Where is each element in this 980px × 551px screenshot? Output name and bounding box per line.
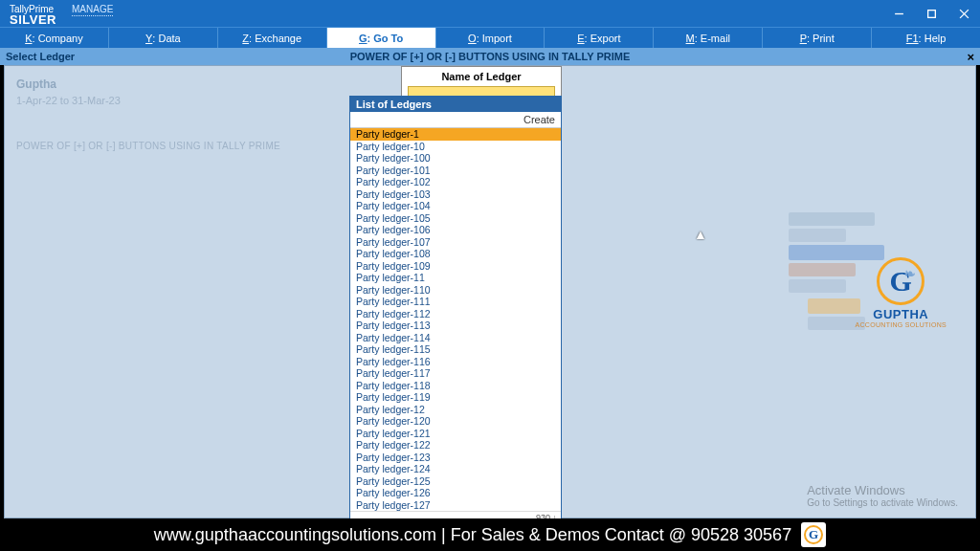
minimize-icon[interactable] [882,0,915,27]
menu-k[interactable]: K: Company [0,28,109,48]
menu-z[interactable]: Z: Exchange [218,28,327,48]
ghost-period: 1-Apr-22 to 31-Mar-23 [16,95,121,106]
list-item[interactable]: Party ledger-106 [350,224,561,236]
goto-caption: Name of Ledger [408,71,555,82]
list-item[interactable]: Party ledger-1 [350,128,561,141]
context-title: POWER OF [+] OR [-] BUTTONS USING IN TAL… [0,51,980,62]
list-item[interactable]: Party ledger-104 [350,200,561,212]
leaf-icon: ❧ [904,266,916,282]
list-item[interactable]: Party ledger-115 [350,343,561,356]
context-close-icon[interactable]: × [967,50,974,64]
maximize-icon[interactable] [915,0,947,27]
menu-g[interactable]: G: Go To [327,28,436,48]
ledger-list-title: List of Ledgers [350,97,561,112]
footer-banner: www.gupthaaccountingsolutions.com | For … [0,518,980,551]
list-item[interactable]: Party ledger-122 [350,439,561,452]
list-item[interactable]: Party ledger-112 [350,308,561,320]
list-item[interactable]: Party ledger-117 [350,367,561,380]
list-item[interactable]: Party ledger-10 [350,141,561,153]
list-item[interactable]: Party ledger-125 [350,475,561,488]
list-item[interactable]: Party ledger-107 [350,236,561,249]
manage-link[interactable]: MANAGE [72,4,113,16]
list-item[interactable]: Party ledger-123 [350,452,561,464]
list-item[interactable]: Party ledger-113 [350,320,561,332]
list-item[interactable]: Party ledger-124 [350,463,561,475]
ledger-create-link[interactable]: Create [350,112,561,128]
banner-logo: G [801,522,826,547]
list-item[interactable]: Party ledger-109 [350,260,561,273]
list-item[interactable]: Party ledger-114 [350,332,561,344]
list-item[interactable]: Party ledger-12 [350,404,561,416]
list-item[interactable]: Party ledger-126 [350,487,561,499]
list-item[interactable]: Party ledger-105 [350,212,561,225]
mouse-cursor-icon: ▲ [694,227,707,242]
menu-f1[interactable]: F1: Help [872,28,980,48]
menu-bar: K: CompanyY: DataZ: ExchangeG: Go ToO: I… [0,27,980,48]
ledger-list-popup: List of Ledgers Create Party ledger-1Par… [349,96,562,524]
list-item[interactable]: Party ledger-119 [350,391,561,404]
list-item[interactable]: Party ledger-127 [350,499,561,512]
list-item[interactable]: Party ledger-100 [350,152,561,165]
list-item[interactable]: Party ledger-120 [350,415,561,428]
menu-o[interactable]: O: Import [436,28,546,48]
list-item[interactable]: Party ledger-103 [350,188,561,201]
title-bar: TallyPrime SILVER MANAGE [0,0,980,27]
context-bar: Select Ledger POWER OF [+] OR [-] BUTTON… [0,48,980,65]
svg-rect-1 [927,10,935,17]
list-item[interactable]: Party ledger-118 [350,380,561,392]
activate-windows-watermark: Activate Windows Go to Settings to activ… [807,483,958,508]
list-item[interactable]: Party ledger-110 [350,284,561,297]
list-item[interactable]: Party ledger-116 [350,356,561,368]
ghost-heading: POWER OF [+] OR [-] BUTTONS USING IN TAL… [16,141,280,151]
list-item[interactable]: Party ledger-102 [350,176,561,188]
menu-e[interactable]: E: Export [545,28,654,48]
product-label: TallyPrime SILVER [0,2,66,25]
menu-p[interactable]: P: Print [763,28,872,48]
list-item[interactable]: Party ledger-121 [350,428,561,440]
workspace: Guptha 1-Apr-22 to 31-Mar-23 POWER OF [+… [4,65,976,518]
menu-y[interactable]: Y: Data [109,28,218,48]
list-item[interactable]: Party ledger-11 [350,272,561,284]
close-icon[interactable] [947,0,980,27]
brand-logo: G❧ GUPTHA ACCOUNTING SOLUTIONS [856,257,947,328]
banner-text: www.gupthaaccountingsolutions.com | For … [154,525,791,545]
ghost-company: Guptha [16,77,56,91]
list-item[interactable]: Party ledger-111 [350,296,561,308]
list-item[interactable]: Party ledger-101 [350,165,561,177]
list-item[interactable]: Party ledger-108 [350,248,561,260]
menu-m[interactable]: M: E-mail [654,28,763,48]
